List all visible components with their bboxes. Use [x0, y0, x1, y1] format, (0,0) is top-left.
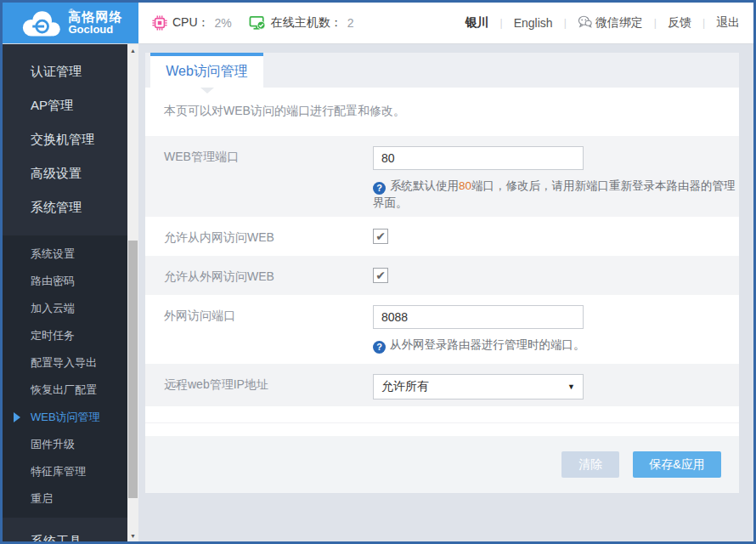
wan-access-checkbox[interactable]: ✔ [373, 268, 388, 283]
tab-web-access-mgmt[interactable]: Web访问管理 [150, 53, 263, 88]
app-window: ® 高恪网络 Gocloud CPU： [0, 0, 756, 544]
submenu-factory-reset[interactable]: 恢复出厂配置 [3, 377, 127, 404]
question-icon: ? [373, 182, 386, 195]
web-access-panel: Web访问管理 本页可以对WEB访问的端口进行配置和修改。 WEB管理端口 ?系… [145, 53, 739, 493]
form-row-wan-access: 允许从外网访问WEB ✔ [145, 256, 739, 295]
submenu-firmware-upgrade[interactable]: 固件升级 [3, 431, 127, 458]
wan-port-hint: ?从外网登录路由器进行管理时的端口。 [373, 337, 738, 354]
cpu-value: 2% [215, 16, 232, 30]
language-link[interactable]: English [514, 16, 553, 30]
sidebar-submenu-section: 系统设置 路由密码 加入云端 定时任务 配置导入导出 恢复出厂配置 WEB访问管… [3, 235, 127, 518]
check-icon: ✔ [375, 269, 386, 282]
clear-button[interactable]: 清除 [561, 451, 619, 478]
sidebar-bottom-section: 系统工具 [3, 518, 127, 544]
submenu-router-password[interactable]: 路由密码 [3, 268, 127, 295]
sidebar-item-ap-mgmt[interactable]: AP管理 [3, 88, 127, 122]
save-apply-button[interactable]: 保存&应用 [633, 451, 721, 478]
scroll-down-icon[interactable]: ▼ [127, 530, 138, 541]
lan-access-checkbox[interactable]: ✔ [373, 229, 388, 244]
form-row-lan-access: 允许从内网访问WEB ✔ [145, 217, 739, 256]
submenu-signature-db[interactable]: 特征库管理 [3, 458, 127, 485]
divider: | [500, 17, 503, 29]
feedback-link[interactable]: 反馈 [668, 15, 691, 31]
sidebar-item-system-tools[interactable]: 系统工具 [3, 524, 127, 544]
wechat-icon [578, 15, 592, 31]
divider: | [702, 17, 705, 29]
sidebar-nav: 认证管理 AP管理 交换机管理 高级设置 系统管理 系统设置 路由密码 加入云端… [3, 44, 127, 541]
wechat-bind-link[interactable]: 微信绑定 [578, 15, 643, 31]
wan-port-label: 外网访问端口 [164, 295, 373, 364]
submenu-join-cloud[interactable]: 加入云端 [3, 295, 127, 322]
scroll-up-icon[interactable]: ▲ [127, 44, 138, 56]
form-row-wan-port: 外网访问端口 ?从外网登录路由器进行管理时的端口。 [145, 295, 739, 364]
hosts-label: 在线主机数： [271, 15, 342, 31]
sidebar-item-advanced[interactable]: 高级设置 [3, 156, 127, 190]
question-icon: ? [373, 341, 386, 354]
submenu-system-settings[interactable]: 系统设置 [3, 241, 127, 268]
wan-access-label: 允许从外网访问WEB [164, 256, 373, 295]
sidebar-item-auth-mgmt[interactable]: 认证管理 [3, 54, 127, 88]
tab-notch [200, 88, 214, 94]
hosts-value: 2 [347, 16, 354, 30]
status-stats: CPU： 2% 在线主机数： 2 [138, 3, 366, 43]
location-label[interactable]: 银川 [465, 15, 489, 31]
main-content: Web访问管理 本页可以对WEB访问的端口进行配置和修改。 WEB管理端口 ?系… [138, 44, 753, 541]
logout-link[interactable]: 退出 [716, 15, 740, 31]
gocloud-logo: ® 高恪网络 Gocloud [3, 3, 138, 43]
page-description: 本页可以对WEB访问的端口进行配置和修改。 [145, 88, 739, 136]
form-footer: 清除 保存&应用 [145, 436, 739, 493]
submenu-reboot[interactable]: 重启 [3, 485, 127, 513]
top-header: ® 高恪网络 Gocloud CPU： [3, 3, 753, 44]
form-row-web-port: WEB管理端口 ?系统默认使用80端口，修改后，请用新端口重新登录本路由器的管理… [145, 136, 739, 217]
divider: | [564, 17, 567, 29]
submenu-web-access-mgmt[interactable]: WEB访问管理 [3, 404, 127, 431]
tab-strip: Web访问管理 [145, 53, 739, 88]
submenu-config-import-export[interactable]: 配置导入导出 [3, 349, 127, 377]
online-hosts-icon [249, 15, 266, 31]
sidebar-scrollbar[interactable]: ▲ ▼ [127, 44, 138, 541]
scrollbar-thumb[interactable] [128, 241, 138, 498]
form-row-remote-ip: 远程web管理IP地址 允许所有 ▼ [145, 364, 739, 406]
sidebar-item-switch-mgmt[interactable]: 交换机管理 [3, 122, 127, 156]
lan-access-label: 允许从内网访问WEB [164, 217, 373, 256]
chevron-down-icon: ▼ [567, 382, 575, 391]
logo-text: 高恪网络 Gocloud [69, 10, 123, 37]
active-item-arrow-icon [14, 412, 20, 422]
sidebar-item-system-mgmt[interactable]: 系统管理 [3, 190, 127, 224]
cpu-chip-icon [152, 15, 167, 31]
submenu-scheduled-tasks[interactable]: 定时任务 [3, 322, 127, 349]
remote-ip-label: 远程web管理IP地址 [164, 364, 373, 406]
sidebar-main-section: 认证管理 AP管理 交换机管理 高级设置 系统管理 [3, 44, 127, 235]
header-links: 银川 | English | 微信绑定 | 反馈 [465, 3, 753, 43]
check-icon: ✔ [375, 230, 386, 243]
web-port-input[interactable] [373, 146, 584, 170]
spacer-rows [145, 406, 739, 436]
web-port-label: WEB管理端口 [164, 136, 373, 217]
cpu-label: CPU： [172, 15, 210, 31]
wan-port-input[interactable] [373, 305, 584, 329]
web-port-hint: ?系统默认使用80端口，修改后，请用新端口重新登录本路由器的管理界面。 [373, 178, 738, 212]
divider: | [654, 17, 657, 29]
cloud-logo-icon [19, 8, 63, 38]
remote-ip-select[interactable]: 允许所有 ▼ [373, 374, 584, 400]
registered-mark: ® [69, 8, 74, 15]
